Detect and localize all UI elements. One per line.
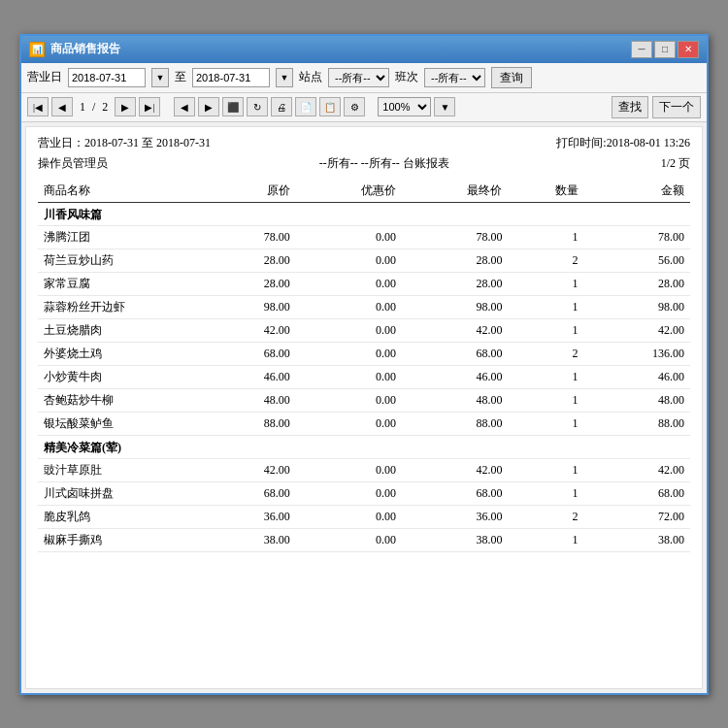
item-amount: 56.00 — [584, 248, 690, 272]
report-page-info: 1/2 页 — [661, 155, 690, 172]
item-discount: 0.00 — [296, 272, 402, 295]
item-name: 家常豆腐 — [38, 272, 189, 295]
title-bar: 📊 商品销售报告 ─ □ ✕ — [21, 36, 707, 63]
item-final: 78.00 — [402, 225, 508, 248]
last-page-button[interactable]: ▶| — [139, 97, 160, 116]
category-name: 川香风味篇 — [38, 202, 690, 225]
refresh-button[interactable]: ↻ — [247, 97, 268, 116]
date-label: 营业日 — [27, 69, 62, 85]
item-qty: 1 — [508, 365, 583, 388]
item-qty: 1 — [508, 318, 583, 342]
table-row: 川式卤味拼盘 68.00 0.00 68.00 1 68.00 — [38, 481, 690, 505]
item-discount: 0.00 — [296, 481, 402, 505]
date-to-input[interactable] — [192, 68, 270, 87]
item-final: 48.00 — [402, 388, 508, 412]
item-original: 46.00 — [189, 365, 295, 388]
item-qty: 2 — [508, 505, 583, 528]
app-icon: 📊 — [29, 42, 45, 57]
col-header-original: 原价 — [189, 180, 295, 203]
item-discount: 0.00 — [296, 342, 402, 365]
next-page-button[interactable]: ▶ — [115, 97, 136, 116]
date-from-calendar-button[interactable]: ▼ — [151, 68, 169, 87]
query-button[interactable]: 查询 — [491, 67, 532, 88]
item-final: 28.00 — [402, 272, 508, 295]
table-row: 沸腾江团 78.00 0.00 78.00 1 78.00 — [38, 225, 690, 248]
item-amount: 98.00 — [584, 295, 690, 318]
table-row: 杏鲍菇炒牛柳 48.00 0.00 48.00 1 48.00 — [38, 388, 690, 412]
stop-button[interactable]: ⬛ — [222, 97, 244, 116]
item-name: 脆皮乳鸽 — [38, 505, 189, 528]
item-amount: 88.00 — [584, 412, 690, 435]
item-qty: 2 — [508, 342, 583, 365]
table-row: 银坛酸菜鲈鱼 88.00 0.00 88.00 1 88.00 — [38, 412, 690, 435]
station-label: 站点 — [299, 69, 322, 85]
item-discount: 0.00 — [296, 365, 402, 388]
station-select[interactable]: --所有-- — [328, 68, 389, 87]
shift-select[interactable]: --所有-- — [424, 68, 485, 87]
settings-button[interactable]: ⚙ — [344, 97, 365, 116]
report-table: 商品名称 原价 优惠价 最终价 数量 金额 川香风味篇 沸腾江团 78.00 0… — [38, 180, 690, 552]
item-original: 48.00 — [189, 388, 295, 412]
col-header-qty: 数量 — [508, 180, 583, 203]
item-amount: 38.00 — [584, 528, 690, 551]
item-discount: 0.00 — [296, 528, 402, 551]
forward-button[interactable]: ▶ — [198, 97, 219, 116]
item-amount: 78.00 — [584, 225, 690, 248]
item-name: 银坛酸菜鲈鱼 — [38, 412, 189, 435]
col-header-name: 商品名称 — [38, 180, 189, 203]
close-button[interactable]: ✕ — [678, 41, 699, 58]
item-original: 98.00 — [189, 295, 295, 318]
item-final: 68.00 — [402, 481, 508, 505]
item-original: 42.00 — [189, 458, 295, 481]
table-row: 豉汁草原肚 42.00 0.00 42.00 1 42.00 — [38, 458, 690, 481]
item-discount: 0.00 — [296, 248, 402, 272]
item-discount: 0.00 — [296, 412, 402, 435]
table-row: 椒麻手撕鸡 38.00 0.00 38.00 1 38.00 — [38, 528, 690, 551]
date-from-input[interactable] — [68, 68, 146, 87]
shift-label: 班次 — [395, 69, 418, 85]
item-discount: 0.00 — [296, 225, 402, 248]
item-name: 荷兰豆炒山药 — [38, 248, 189, 272]
item-qty: 1 — [508, 272, 583, 295]
item-qty: 1 — [508, 458, 583, 481]
item-name: 豉汁草原肚 — [38, 458, 189, 481]
find-button[interactable]: 查找 — [612, 96, 648, 118]
report-filter: --所有-- --所有-- 台账报表 — [108, 155, 661, 172]
item-name: 椒麻手撕鸡 — [38, 528, 189, 551]
title-controls: ─ □ ✕ — [631, 41, 699, 58]
minimize-button[interactable]: ─ — [631, 41, 652, 58]
item-qty: 2 — [508, 248, 583, 272]
next-button[interactable]: 下一个 — [652, 96, 701, 118]
content-area[interactable]: 营业日：2018-07-31 至 2018-07-31 打印时间:2018-08… — [25, 126, 703, 689]
restore-button[interactable]: □ — [654, 41, 676, 58]
item-discount: 0.00 — [296, 505, 402, 528]
prev-page-button[interactable]: ◀ — [51, 97, 73, 116]
category-row: 川香风味篇 — [38, 202, 690, 225]
col-header-final: 最终价 — [402, 180, 508, 203]
category-name: 精美冷菜篇(荤) — [38, 435, 690, 458]
page-separator: / — [92, 100, 95, 115]
zoom-select[interactable]: 100% — [378, 97, 431, 116]
date-to-calendar-button[interactable]: ▼ — [276, 68, 293, 87]
first-page-button[interactable]: |◀ — [27, 97, 49, 116]
item-final: 38.00 — [402, 528, 508, 551]
item-original: 78.00 — [189, 225, 295, 248]
table-row: 荷兰豆炒山药 28.00 0.00 28.00 2 56.00 — [38, 248, 690, 272]
zoom-dropdown-button[interactable]: ▼ — [434, 97, 455, 116]
item-original: 68.00 — [189, 481, 295, 505]
item-final: 36.00 — [402, 505, 508, 528]
item-original: 42.00 — [189, 318, 295, 342]
export-button[interactable]: 📄 — [295, 97, 316, 116]
item-discount: 0.00 — [296, 458, 402, 481]
item-name: 杏鲍菇炒牛柳 — [38, 388, 189, 412]
item-discount: 0.00 — [296, 318, 402, 342]
back-button[interactable]: ◀ — [174, 97, 195, 116]
col-header-discount: 优惠价 — [296, 180, 402, 203]
item-final: 88.00 — [402, 412, 508, 435]
export2-button[interactable]: 📋 — [319, 97, 341, 116]
item-amount: 46.00 — [584, 365, 690, 388]
print-button[interactable]: 🖨 — [271, 97, 292, 116]
table-row: 土豆烧腊肉 42.00 0.00 42.00 1 42.00 — [38, 318, 690, 342]
item-amount: 42.00 — [584, 318, 690, 342]
item-final: 46.00 — [402, 365, 508, 388]
